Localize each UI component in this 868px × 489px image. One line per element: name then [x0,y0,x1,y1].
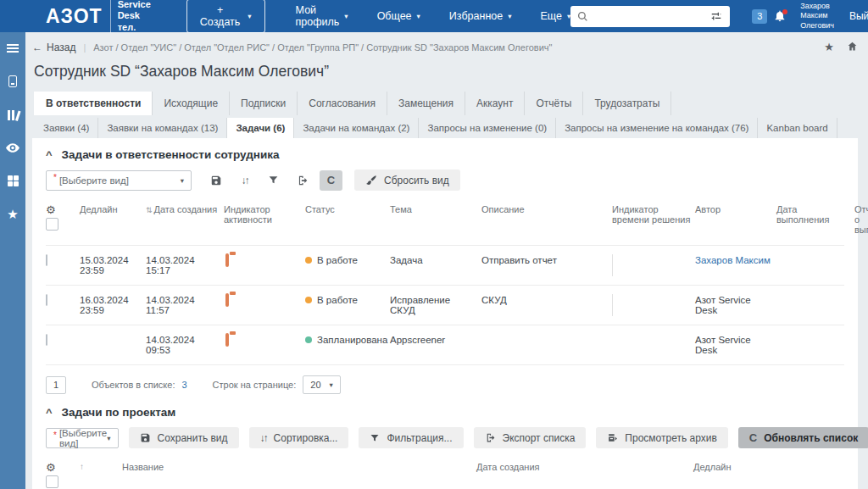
collapse-section-button[interactable]: ^ [46,407,53,418]
sub-tab[interactable]: Задачи (6) [227,118,294,138]
save-view-button[interactable] [204,170,227,191]
task-clipboard-icon[interactable] [225,253,229,267]
column-header[interactable]: Дата создания [476,462,690,472]
sidebar-watch-button[interactable] [3,140,22,155]
rows-per-page-label: Строк на странице: [213,380,297,390]
sidebar-apps-button[interactable] [3,173,22,188]
export-icon [485,432,496,443]
section-tasks-header: ^ Задачи в ответственности сотрудника [46,148,844,161]
column-header[interactable]: Индикатор времени решения [612,204,692,225]
home-button[interactable] [847,41,858,53]
cell-deadline: 15.03.2024 23:59 [80,255,142,275]
author-link[interactable]: Захаров Максим [695,255,771,265]
column-header[interactable]: Дедлайн [80,204,142,214]
table-row[interactable]: 14.03.2024 09:53 Запланирована Appscreen… [46,325,844,365]
brand-subtitle-line2: тел. [118,22,151,33]
sub-tab[interactable]: Kanban board [758,118,837,138]
sub-tab[interactable]: Заявки (4) [34,118,98,138]
sort-button[interactable]: ↓↑ Сортировка... [249,427,349,448]
column-header[interactable]: Статус [305,204,387,214]
export-list-button[interactable]: Экспорт списка [474,427,587,448]
task-clipboard-icon[interactable] [225,293,229,307]
eye-icon [6,143,19,153]
row-checkbox[interactable] [46,294,47,306]
sidebar-favorites-button[interactable]: ★ [3,206,22,221]
column-header[interactable]: Автор [695,204,773,214]
column-header[interactable]: Дата выполнения [776,204,851,225]
filter-button[interactable]: Фильтрация... [359,427,463,448]
refresh-list-button[interactable]: C Обновлять список [738,427,868,448]
sidebar-library-button[interactable] [3,107,22,122]
back-arrow-icon: ← [32,42,42,53]
export-button[interactable] [291,170,314,191]
sub-tab[interactable]: Заявки на командах (13) [98,118,227,138]
user-name[interactable]: Захаров Максим Олегович [800,2,834,31]
row-checkbox[interactable] [46,254,47,266]
notifications-bell-button[interactable] [773,8,787,24]
select-all-checkbox[interactable] [46,218,58,231]
collapse-section-button[interactable]: ^ [46,149,53,160]
main-tab[interactable]: Замещения [387,92,465,115]
chevron-down-icon: ▾ [181,176,184,185]
back-label: Назад [47,42,75,53]
create-button[interactable]: + Создать ▾ [186,0,265,33]
table-row[interactable]: 16.03.2024 23:59 14.03.2024 11:57 В рабо… [46,285,844,325]
sort-up-icon[interactable]: ↑ [80,462,119,471]
top-menu: Мой профиль ▾ Общее ▾ Избранное ▾ Еще ▾ [296,4,571,28]
tasks-table-header: ⚙ Дедлайн ⇅Дата создания Индикатор актив… [46,194,844,245]
menu-profile[interactable]: Мой профиль ▾ [296,4,348,28]
main-tab[interactable]: Подписки [230,92,298,115]
status-label: В работе [317,295,358,305]
brand-subtitle: Service Desk тел. [110,0,151,33]
menu-favorites[interactable]: Избранное ▾ [449,4,512,28]
required-asterisk: * [53,173,57,182]
button-label: Фильтрация... [387,432,452,444]
column-header[interactable]: ⇅Дата создания [146,204,220,214]
columns-settings-gear-icon[interactable]: ⚙ [46,462,56,473]
projects-toolbar: * [Выберите вид] ▾ Сохранить вид ↓↑ Сорт… [46,427,844,448]
brand-subtitle-line1: Service Desk [118,0,151,22]
save-view-button[interactable]: Сохранить вид [129,427,239,448]
reset-view-button[interactable]: Сбросить вид [354,169,460,191]
column-header[interactable]: Название [122,462,473,472]
search-settings-sliders-icon[interactable] [709,10,723,22]
sort-button[interactable]: ↓↑ [233,170,256,191]
task-clipboard-icon[interactable] [225,333,229,347]
chevron-down-icon: ▾ [248,12,251,20]
main-tab[interactable]: Согласования [298,92,387,115]
filter-button[interactable] [262,170,285,191]
view-archive-button[interactable]: Просмотреть архив [596,427,727,448]
select-all-checkbox[interactable] [46,475,58,488]
menu-general[interactable]: Общее ▾ [377,4,420,28]
menu-more[interactable]: Еще ▾ [540,4,570,28]
column-header[interactable]: Описание [481,204,609,214]
sub-tab[interactable]: Задачи на командах (2) [294,118,419,138]
table-row[interactable]: 15.03.2024 23:59 14.03.2024 15:17 В рабо… [46,245,844,285]
notification-count-badge[interactable]: 3 [752,9,767,24]
favorite-star-button[interactable]: ★ [824,41,834,53]
cell-status: Запланирована [305,335,387,345]
refresh-button[interactable]: C [320,170,342,191]
main-tab[interactable]: В ответственности [34,92,153,115]
main-tab[interactable]: Аккаунт [465,92,525,115]
sub-tab[interactable]: Запросы на изменение (0) [419,118,556,138]
back-link[interactable]: ← Назад [32,42,75,53]
sidebar-menu-button[interactable] [3,41,22,56]
main-tab[interactable]: Трудозатраты [583,92,671,115]
page-number-button[interactable]: 1 [46,376,66,394]
breadcrumb[interactable]: Азот / Отдел "УИС" / Отдел "Отдел РИС" /… [93,42,552,53]
sub-tab[interactable]: Запросы на изменение на командах (76) [556,118,758,138]
row-checkbox[interactable] [46,334,47,346]
column-header[interactable]: Тема [390,204,478,214]
column-header[interactable]: Индикатор активности [224,204,302,225]
sidebar-document-button[interactable] [3,74,22,89]
columns-settings-gear-icon[interactable]: ⚙ [46,204,56,215]
main-tab[interactable]: Отчёты [525,92,583,115]
rows-per-page-select[interactable]: 20 ▾ [303,375,341,394]
view-select[interactable]: * [Выберите вид] ▾ [46,170,192,191]
column-header[interactable]: Дедлайн [693,462,844,472]
search-input[interactable] [593,10,704,22]
logout-button[interactable]: Выйти [849,10,868,22]
view-select[interactable]: * [Выберите вид] ▾ [46,428,119,448]
main-tab[interactable]: Исходящие [153,92,230,115]
